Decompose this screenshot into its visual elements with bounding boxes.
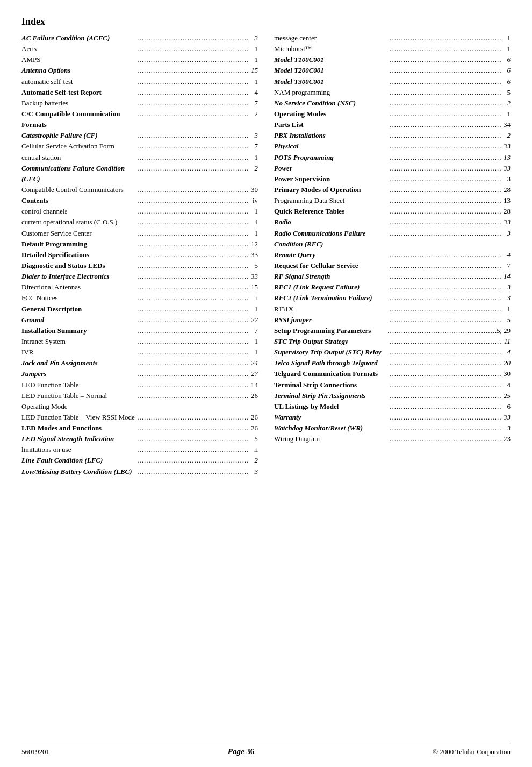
entry-page: 2 xyxy=(248,163,258,174)
list-item: FCC Notices ............................… xyxy=(21,293,258,303)
entry-page: 6 xyxy=(501,65,511,76)
list-item: Catastrophic Failure (CF) ..............… xyxy=(21,130,258,141)
list-item: Parts List .............................… xyxy=(274,119,511,130)
entry-label: FCC Notices xyxy=(21,293,135,303)
entry-page: 1 xyxy=(248,76,258,87)
entry-label: Communications Failure Condition (CFC) xyxy=(21,163,135,184)
list-item: Operating Modes ........................… xyxy=(274,109,511,119)
entry-label: Antenna Options xyxy=(21,65,135,76)
dot-leader: ........................................… xyxy=(135,152,248,163)
dot-leader: ........................................… xyxy=(387,336,501,347)
entry-page: 34 xyxy=(501,119,511,130)
list-item: AMPS ...................................… xyxy=(21,54,258,65)
entry-page: 2 xyxy=(501,130,511,141)
dot-leader: ........................................… xyxy=(135,65,248,76)
dot-leader: ........................................… xyxy=(387,260,501,271)
entry-page: 7 xyxy=(501,260,511,271)
entry-page: 1 xyxy=(248,347,258,358)
list-item: STC Trip Output Strategy ...............… xyxy=(274,336,511,347)
dot-leader: ........................................… xyxy=(135,423,248,434)
list-item: Low/Missing Battery Condition (LBC) ....… xyxy=(21,466,258,477)
dot-leader: ........................................… xyxy=(135,130,248,141)
entry-label: LED Function Table xyxy=(21,380,135,390)
list-item: RSSI jumper ............................… xyxy=(274,315,511,325)
entry-page: 33 xyxy=(501,217,511,228)
list-item: Terminal Strip Connections .............… xyxy=(274,380,511,390)
entry-page: 33 xyxy=(248,250,258,260)
dot-leader: ........................................… xyxy=(135,325,248,336)
list-item: Diagnostic and Status LEDs .............… xyxy=(21,260,258,271)
list-item: Model T100C001 .........................… xyxy=(274,54,511,65)
list-item: current operational status (C.O.S.) ....… xyxy=(21,217,258,228)
list-item: Compatible Control Communicators .......… xyxy=(21,184,258,195)
entry-label: Installation Summary xyxy=(21,325,135,336)
entry-page: 14 xyxy=(248,380,258,390)
entry-label: Terminal Strip Pin Assignments xyxy=(274,390,387,401)
list-item: Terminal Strip Pin Assignments .........… xyxy=(274,390,511,401)
entry-label: PBX Installations xyxy=(274,130,387,141)
entry-page: 1 xyxy=(248,44,258,54)
entry-page: 4 xyxy=(248,87,258,98)
entry-page: 3 xyxy=(501,293,511,303)
list-item: POTS Programming .......................… xyxy=(274,152,511,163)
entry-label: RJ31X xyxy=(274,304,387,315)
entry-page: 2 xyxy=(248,109,258,119)
entry-label: Model T100C001 xyxy=(274,54,387,65)
index-columns: AC Failure Condition (ACFC) ............… xyxy=(21,33,511,477)
dot-leader: ........................................… xyxy=(387,119,501,130)
entry-label: Quick Reference Tables xyxy=(274,206,387,217)
entry-label: Diagnostic and Status LEDs xyxy=(21,260,135,271)
entry-label: Compatible Control Communicators xyxy=(21,184,135,195)
entry-label: RFC2 (Link Termination Failure) xyxy=(274,293,387,303)
entry-page: 4 xyxy=(248,217,258,228)
entry-page: 1 xyxy=(501,304,511,315)
dot-leader: ........................................… xyxy=(387,358,501,368)
entry-page: 13 xyxy=(501,152,511,163)
dot-leader: ........................................… xyxy=(135,228,248,239)
entry-page: 4 xyxy=(501,250,511,260)
entry-page: 25 xyxy=(501,390,511,401)
entry-label: Line Fault Condition (LFC) xyxy=(21,455,135,466)
entry-page: 33 xyxy=(248,271,258,282)
dot-leader: ........................................… xyxy=(135,466,248,477)
list-item: IVR ....................................… xyxy=(21,347,258,358)
entry-page: 23 xyxy=(501,434,511,444)
list-item: Detailed Specifications ................… xyxy=(21,250,258,260)
list-item: Customer Service Center ................… xyxy=(21,228,258,239)
entry-page: 3 xyxy=(501,423,511,434)
list-item: limitations on use .....................… xyxy=(21,444,258,455)
entry-page: 15 xyxy=(248,282,258,293)
entry-page: 2 xyxy=(501,98,511,109)
list-item: Wiring Diagram .........................… xyxy=(274,434,511,444)
entry-label: control channels xyxy=(21,206,135,217)
page-footer: 56019201 Page 36 © 2000 Telular Corporat… xyxy=(21,744,511,756)
entry-label: Aeris xyxy=(21,44,135,54)
list-item: Microburst™ ............................… xyxy=(274,44,511,54)
dot-leader: ........................................… xyxy=(135,109,248,119)
list-item: Radio Communications Failure Condition (… xyxy=(274,228,511,250)
dot-leader: ........................................… xyxy=(135,239,248,250)
entry-page: 20 xyxy=(501,358,511,368)
list-item: Cellular Service Activation Form .......… xyxy=(21,141,258,152)
entry-page: 26 xyxy=(248,390,258,401)
entry-page: 2 xyxy=(248,455,258,466)
entry-label: NAM programming xyxy=(274,87,387,98)
footer-left: 56019201 xyxy=(21,748,49,756)
entry-label: Setup Programming Parameters xyxy=(274,325,385,336)
list-item: Quick Reference Tables .................… xyxy=(274,206,511,217)
entry-label: Warranty xyxy=(274,412,387,423)
list-item: Backup batteries .......................… xyxy=(21,98,258,109)
page-title: Index xyxy=(21,16,511,27)
entry-label: LED Modes and Functions xyxy=(21,423,135,434)
entry-label: Radio Communications Failure Condition (… xyxy=(274,228,387,250)
entry-page: 1 xyxy=(248,228,258,239)
entry-label: Programming Data Sheet xyxy=(274,195,387,206)
list-item: Communications Failure Condition (CFC) .… xyxy=(21,163,258,184)
dot-leader: ........................................… xyxy=(135,206,248,217)
dot-leader: ........................................… xyxy=(387,282,501,293)
entry-label: Power xyxy=(274,163,387,174)
entry-label: Default Programming xyxy=(21,239,135,250)
dot-leader: ........................................… xyxy=(135,368,248,379)
entry-page: 1 xyxy=(501,109,511,119)
dot-leader: ........................................… xyxy=(135,260,248,271)
